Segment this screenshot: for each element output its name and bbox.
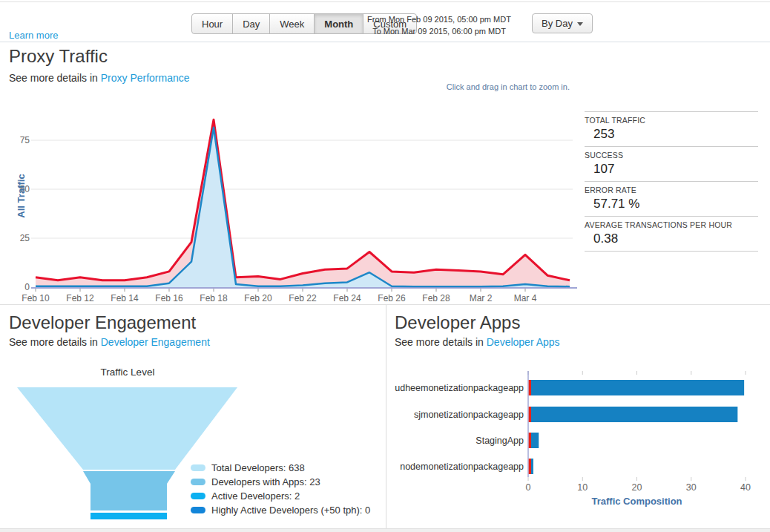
dashboard: Learn more Hour Day Week Month Custom Fr…: [0, 0, 770, 532]
svg-text:sjmonetizationpackageapp: sjmonetizationpackageapp: [414, 410, 524, 420]
legend-swatch-icon: [191, 493, 205, 499]
svg-text:Traffic Composition: Traffic Composition: [591, 496, 682, 507]
svg-text:10: 10: [577, 482, 588, 493]
svg-text:Mar 2: Mar 2: [470, 293, 493, 303]
developer-engagement-link[interactable]: Developer Engagement: [101, 336, 210, 348]
svg-text:All Traffic: All Traffic: [16, 174, 27, 217]
proxy-traffic-title: Proxy Traffic: [9, 46, 108, 67]
stat-total-traffic: TOTAL TRAFFIC 253: [585, 111, 758, 146]
svg-text:Feb 28: Feb 28: [422, 293, 450, 303]
developer-engagement-title: Developer Engagement: [9, 312, 196, 333]
chevron-down-icon: [577, 22, 583, 26]
date-range-display: From Mon Feb 09 2015, 05:00 pm MDT To Mo…: [366, 14, 512, 38]
developer-apps-bar-chart: 010203040sudheemonetizationpackageappsjm…: [395, 370, 767, 510]
developer-apps-subtitle: See more details in Developer Apps: [395, 336, 560, 348]
svg-text:25: 25: [20, 233, 30, 243]
svg-text:20: 20: [632, 482, 642, 493]
legend-label: Total Developers: 638: [211, 462, 305, 473]
range-button-week[interactable]: Week: [269, 13, 315, 34]
svg-text:Feb 24: Feb 24: [333, 293, 361, 303]
svg-text:sudheemonetizationpackageapp: sudheemonetizationpackageapp: [395, 383, 524, 393]
svg-text:40: 40: [740, 482, 751, 493]
stat-error-rate: ERROR RATE 57.71 %: [585, 181, 758, 216]
svg-text:Mar 4: Mar 4: [514, 293, 537, 303]
date-to: To Mon Mar 09 2015, 06:00 pm MDT: [366, 26, 512, 38]
developer-apps-link[interactable]: Developer Apps: [487, 336, 560, 348]
chart-zoom-hint: Click and drag in chart to zoom in.: [447, 82, 570, 91]
svg-text:30: 30: [686, 482, 697, 493]
legend-label: Active Developers: 2: [211, 490, 300, 502]
legend-swatch-icon: [191, 507, 205, 513]
svg-text:75: 75: [20, 135, 30, 145]
top-divider: [0, 1, 770, 2]
svg-text:0: 0: [526, 482, 531, 493]
stat-avg-tph: AVERAGE TRANSACTIONS PER HOUR 0.38: [585, 216, 758, 252]
svg-text:Feb 12: Feb 12: [66, 293, 94, 303]
learn-more-link[interactable]: Learn more: [9, 30, 58, 41]
legend-item: Total Developers: 638: [191, 461, 370, 475]
svg-text:StagingApp: StagingApp: [476, 436, 524, 446]
svg-text:Feb 18: Feb 18: [200, 293, 228, 303]
legend-item: Highly Active Developers (+50 tph): 0: [191, 503, 370, 517]
svg-text:Feb 14: Feb 14: [111, 293, 139, 303]
range-button-day[interactable]: Day: [232, 13, 270, 34]
range-button-hour[interactable]: Hour: [191, 13, 233, 34]
granularity-dropdown[interactable]: By Day: [532, 13, 593, 33]
traffic-stats-panel: TOTAL TRAFFIC 253 SUCCESS 107 ERROR RATE…: [585, 111, 758, 252]
page-footer-strip: [0, 529, 770, 532]
funnel-chart-title: Traffic Level: [9, 367, 246, 378]
legend-label: Highly Active Developers (+50 tph): 0: [211, 505, 370, 516]
funnel-legend: Total Developers: 638Developers with App…: [191, 461, 370, 517]
column-divider: [386, 305, 386, 528]
legend-item: Active Developers: 2: [191, 489, 370, 503]
svg-text:nodemonetizationpackageapp: nodemonetizationpackageapp: [400, 462, 524, 472]
range-button-month[interactable]: Month: [314, 13, 363, 34]
section-divider: [0, 304, 770, 305]
legend-label: Developers with Apps: 23: [211, 476, 320, 487]
svg-text:Feb 10: Feb 10: [22, 293, 50, 303]
proxy-performance-link[interactable]: Proxy Performance: [101, 72, 190, 84]
developer-engagement-subtitle: See more details in Developer Engagement: [9, 336, 210, 348]
developer-apps-title: Developer Apps: [395, 312, 520, 333]
svg-text:Feb 16: Feb 16: [155, 293, 183, 303]
legend-item: Developers with Apps: 23: [191, 475, 370, 489]
legend-swatch-icon: [191, 464, 205, 471]
proxy-traffic-subtitle: See more details in Proxy Performance: [9, 72, 190, 84]
svg-text:Feb 26: Feb 26: [378, 293, 406, 303]
header-divider: [0, 42, 770, 42]
svg-text:Feb 20: Feb 20: [244, 293, 272, 303]
date-from: From Mon Feb 09 2015, 05:00 pm MDT: [366, 14, 512, 26]
svg-text:Feb 22: Feb 22: [289, 293, 317, 303]
svg-text:0: 0: [24, 282, 30, 292]
legend-swatch-icon: [191, 479, 205, 485]
stat-success: SUCCESS 107: [585, 146, 758, 181]
proxy-traffic-area-chart[interactable]: 0255075Feb 10Feb 12Feb 14Feb 16Feb 18Feb…: [0, 104, 579, 303]
